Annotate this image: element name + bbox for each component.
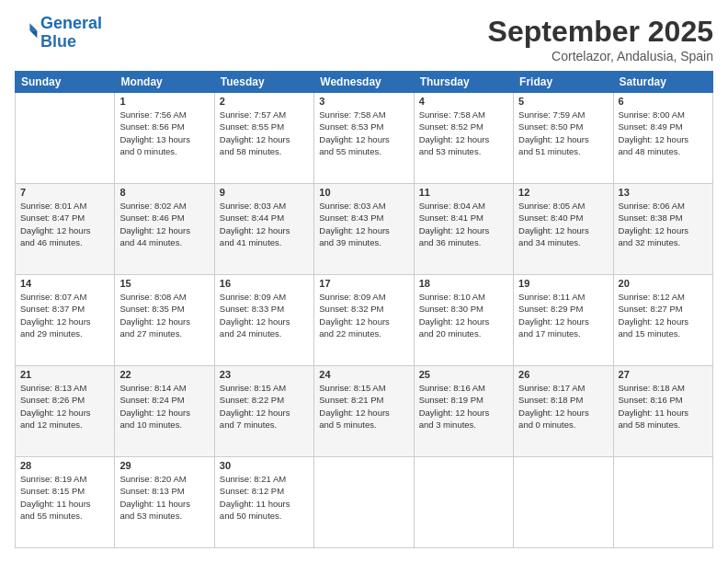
table-row: 24Sunrise: 8:15 AMSunset: 8:21 PMDayligh… bbox=[314, 366, 414, 457]
day-number: 8 bbox=[119, 187, 209, 198]
table-row: 15Sunrise: 8:08 AMSunset: 8:35 PMDayligh… bbox=[115, 275, 214, 366]
calendar-row: 1Sunrise: 7:56 AMSunset: 8:56 PMDaylight… bbox=[16, 93, 713, 184]
title-block: September 2025 Cortelazor, Andalusia, Sp… bbox=[488, 15, 713, 63]
day-number: 13 bbox=[619, 187, 708, 198]
day-info: Sunrise: 8:18 AMSunset: 8:16 PMDaylight:… bbox=[619, 382, 708, 431]
table-row: 18Sunrise: 8:10 AMSunset: 8:30 PMDayligh… bbox=[414, 275, 513, 366]
day-number: 28 bbox=[20, 460, 109, 471]
day-number: 27 bbox=[619, 369, 708, 380]
table-row: 19Sunrise: 8:11 AMSunset: 8:29 PMDayligh… bbox=[514, 275, 613, 366]
day-number: 22 bbox=[119, 369, 209, 380]
day-number: 24 bbox=[319, 369, 408, 380]
day-info: Sunrise: 8:10 AMSunset: 8:30 PMDaylight:… bbox=[419, 291, 508, 339]
table-row: 25Sunrise: 8:16 AMSunset: 8:19 PMDayligh… bbox=[414, 366, 513, 457]
table-row: 11Sunrise: 8:04 AMSunset: 8:41 PMDayligh… bbox=[414, 184, 513, 275]
day-number: 29 bbox=[119, 460, 209, 471]
calendar-row: 7Sunrise: 8:01 AMSunset: 8:47 PMDaylight… bbox=[16, 184, 713, 275]
col-thursday: Thursday bbox=[414, 72, 513, 93]
day-info: Sunrise: 8:04 AMSunset: 8:41 PMDaylight:… bbox=[419, 200, 508, 248]
col-tuesday: Tuesday bbox=[214, 72, 313, 93]
day-info: Sunrise: 7:59 AMSunset: 8:50 PMDaylight:… bbox=[518, 109, 608, 157]
day-number: 5 bbox=[518, 96, 608, 107]
table-row: 13Sunrise: 8:06 AMSunset: 8:38 PMDayligh… bbox=[613, 184, 712, 275]
day-number: 12 bbox=[518, 187, 608, 198]
calendar: Sunday Monday Tuesday Wednesday Thursday… bbox=[15, 71, 713, 548]
table-row bbox=[414, 457, 513, 548]
table-row: 17Sunrise: 8:09 AMSunset: 8:32 PMDayligh… bbox=[314, 275, 414, 366]
table-row: 9Sunrise: 8:03 AMSunset: 8:44 PMDaylight… bbox=[214, 184, 313, 275]
table-row: 10Sunrise: 8:03 AMSunset: 8:43 PMDayligh… bbox=[314, 184, 414, 275]
day-number: 4 bbox=[419, 96, 508, 107]
table-row: 28Sunrise: 8:19 AMSunset: 8:15 PMDayligh… bbox=[16, 457, 115, 548]
table-row: 1Sunrise: 7:56 AMSunset: 8:56 PMDaylight… bbox=[115, 93, 214, 184]
day-info: Sunrise: 8:16 AMSunset: 8:19 PMDaylight:… bbox=[419, 382, 508, 431]
table-row: 14Sunrise: 8:07 AMSunset: 8:37 PMDayligh… bbox=[16, 275, 115, 366]
table-row bbox=[613, 457, 712, 548]
table-row: 5Sunrise: 7:59 AMSunset: 8:50 PMDaylight… bbox=[514, 93, 613, 184]
table-row: 23Sunrise: 8:15 AMSunset: 8:22 PMDayligh… bbox=[214, 366, 313, 457]
day-info: Sunrise: 7:56 AMSunset: 8:56 PMDaylight:… bbox=[119, 109, 209, 157]
day-info: Sunrise: 8:20 AMSunset: 8:13 PMDaylight:… bbox=[119, 473, 209, 522]
day-info: Sunrise: 8:09 AMSunset: 8:33 PMDaylight:… bbox=[220, 291, 309, 339]
day-number: 7 bbox=[20, 187, 109, 198]
table-row: 4Sunrise: 7:58 AMSunset: 8:52 PMDaylight… bbox=[414, 93, 513, 184]
col-wednesday: Wednesday bbox=[314, 72, 414, 93]
table-row: 3Sunrise: 7:58 AMSunset: 8:53 PMDaylight… bbox=[314, 93, 414, 184]
day-info: Sunrise: 8:03 AMSunset: 8:44 PMDaylight:… bbox=[220, 200, 309, 248]
table-row: 20Sunrise: 8:12 AMSunset: 8:27 PMDayligh… bbox=[613, 275, 712, 366]
day-info: Sunrise: 8:15 AMSunset: 8:21 PMDaylight:… bbox=[319, 382, 408, 431]
day-number: 18 bbox=[419, 278, 508, 289]
logo-icon bbox=[17, 20, 39, 42]
day-info: Sunrise: 7:58 AMSunset: 8:52 PMDaylight:… bbox=[419, 109, 508, 157]
table-row: 26Sunrise: 8:17 AMSunset: 8:18 PMDayligh… bbox=[514, 366, 613, 457]
day-info: Sunrise: 8:07 AMSunset: 8:37 PMDaylight:… bbox=[20, 291, 109, 339]
day-info: Sunrise: 8:03 AMSunset: 8:43 PMDaylight:… bbox=[319, 200, 408, 248]
table-row bbox=[16, 93, 115, 184]
day-number: 17 bbox=[319, 278, 408, 289]
day-number: 6 bbox=[619, 96, 708, 107]
page: General Blue September 2025 Cortelazor, … bbox=[0, 0, 728, 563]
col-sunday: Sunday bbox=[16, 72, 115, 93]
table-row: 6Sunrise: 8:00 AMSunset: 8:49 PMDaylight… bbox=[613, 93, 712, 184]
svg-marker-0 bbox=[29, 23, 37, 30]
day-info: Sunrise: 8:21 AMSunset: 8:12 PMDaylight:… bbox=[220, 473, 309, 522]
day-info: Sunrise: 8:09 AMSunset: 8:32 PMDaylight:… bbox=[319, 291, 408, 339]
main-title: September 2025 bbox=[488, 15, 713, 49]
header: General Blue September 2025 Cortelazor, … bbox=[15, 15, 713, 63]
day-info: Sunrise: 8:14 AMSunset: 8:24 PMDaylight:… bbox=[119, 382, 209, 431]
day-number: 15 bbox=[119, 278, 209, 289]
day-info: Sunrise: 8:12 AMSunset: 8:27 PMDaylight:… bbox=[619, 291, 708, 339]
subtitle: Cortelazor, Andalusia, Spain bbox=[488, 49, 713, 63]
logo: General Blue bbox=[15, 15, 102, 52]
col-friday: Friday bbox=[514, 72, 613, 93]
table-row bbox=[314, 457, 414, 548]
table-row: 21Sunrise: 8:13 AMSunset: 8:26 PMDayligh… bbox=[16, 366, 115, 457]
day-info: Sunrise: 8:19 AMSunset: 8:15 PMDaylight:… bbox=[20, 473, 109, 522]
day-info: Sunrise: 7:57 AMSunset: 8:55 PMDaylight:… bbox=[220, 109, 309, 157]
day-number: 26 bbox=[518, 369, 608, 380]
day-number: 14 bbox=[20, 278, 109, 289]
day-info: Sunrise: 8:06 AMSunset: 8:38 PMDaylight:… bbox=[619, 200, 708, 248]
day-number: 19 bbox=[518, 278, 608, 289]
weekday-header-row: Sunday Monday Tuesday Wednesday Thursday… bbox=[16, 72, 713, 93]
day-info: Sunrise: 8:15 AMSunset: 8:22 PMDaylight:… bbox=[220, 382, 309, 431]
day-info: Sunrise: 8:01 AMSunset: 8:47 PMDaylight:… bbox=[20, 200, 109, 248]
day-number: 20 bbox=[619, 278, 708, 289]
col-saturday: Saturday bbox=[613, 72, 712, 93]
day-number: 10 bbox=[319, 187, 408, 198]
day-number: 2 bbox=[220, 96, 309, 107]
table-row: 27Sunrise: 8:18 AMSunset: 8:16 PMDayligh… bbox=[613, 366, 712, 457]
day-info: Sunrise: 8:11 AMSunset: 8:29 PMDaylight:… bbox=[518, 291, 608, 339]
table-row: 2Sunrise: 7:57 AMSunset: 8:55 PMDaylight… bbox=[214, 93, 313, 184]
col-monday: Monday bbox=[115, 72, 214, 93]
logo-text: General Blue bbox=[40, 15, 102, 52]
day-info: Sunrise: 8:00 AMSunset: 8:49 PMDaylight:… bbox=[619, 109, 708, 157]
day-number: 3 bbox=[319, 96, 408, 107]
svg-marker-1 bbox=[29, 30, 37, 38]
table-row: 7Sunrise: 8:01 AMSunset: 8:47 PMDaylight… bbox=[16, 184, 115, 275]
day-info: Sunrise: 7:58 AMSunset: 8:53 PMDaylight:… bbox=[319, 109, 408, 157]
day-number: 1 bbox=[119, 96, 209, 107]
table-row: 12Sunrise: 8:05 AMSunset: 8:40 PMDayligh… bbox=[514, 184, 613, 275]
day-number: 25 bbox=[419, 369, 508, 380]
day-info: Sunrise: 8:02 AMSunset: 8:46 PMDaylight:… bbox=[119, 200, 209, 248]
